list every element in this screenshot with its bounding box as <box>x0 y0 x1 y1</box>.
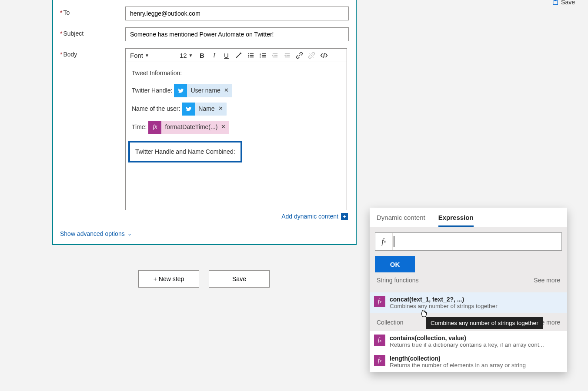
link-button[interactable] <box>295 50 304 60</box>
svg-rect-19 <box>287 55 290 56</box>
svg-rect-16 <box>274 55 278 56</box>
svg-rect-8 <box>250 56 254 57</box>
expression-tabs: Dynamic content Expression <box>370 208 567 227</box>
svg-rect-4 <box>250 53 254 54</box>
bullet-list-button[interactable] <box>246 50 256 60</box>
bold-button[interactable]: B <box>197 50 207 60</box>
rte-content[interactable]: Tweet Information: Twitter Handle: User … <box>126 62 347 210</box>
see-more-link[interactable]: See more <box>534 277 560 284</box>
expression-panel: Dynamic content Expression fx OK String … <box>370 208 567 372</box>
label-subject: Subject <box>60 27 125 37</box>
subject-input[interactable] <box>125 27 349 41</box>
indent-decrease-button[interactable] <box>271 50 280 60</box>
font-dropdown[interactable]: Font ▼ <box>128 51 151 60</box>
row-to: To <box>60 7 349 20</box>
bottom-buttons: + New step Save <box>138 270 270 288</box>
svg-point-7 <box>248 56 249 57</box>
svg-line-22 <box>324 53 324 58</box>
svg-point-3 <box>248 53 249 54</box>
svg-rect-17 <box>273 56 277 57</box>
chevron-down-icon: ⌄ <box>127 231 132 237</box>
tab-expression[interactable]: Expression <box>438 210 474 227</box>
to-input[interactable] <box>125 7 349 20</box>
fx-description: Combines any number of strings together <box>390 303 563 309</box>
fx-icon: fx <box>374 355 385 366</box>
fx-description: Returns true if a dictionary contains a … <box>390 341 563 348</box>
category-label: String functions <box>377 277 419 284</box>
svg-rect-20 <box>285 56 290 57</box>
number-list-button[interactable]: 123 <box>258 50 268 60</box>
fx-list-string: fx concat(text_1, text_2?, ...) Combines… <box>370 292 567 313</box>
row-body: Body Font ▼ 12 ▼ B I U <box>60 48 349 220</box>
twitter-icon <box>182 103 195 116</box>
tooltip: Combines any number of strings together <box>426 317 543 329</box>
row-subject: Subject <box>60 27 349 41</box>
tab-dynamic-content[interactable]: Dynamic content <box>377 210 425 227</box>
svg-rect-12 <box>262 55 266 56</box>
font-color-button[interactable] <box>234 50 244 60</box>
font-size-dropdown[interactable]: 12 ▼ <box>178 51 195 60</box>
svg-point-5 <box>248 55 249 56</box>
topbar-save[interactable]: Save <box>552 0 575 6</box>
category-label: Collection <box>377 319 403 326</box>
body-text: Name of the user: <box>132 103 180 115</box>
rte-toolbar: Font ▼ 12 ▼ B I U <box>126 49 347 62</box>
svg-point-2 <box>240 52 241 54</box>
ok-button[interactable]: OK <box>375 256 415 272</box>
svg-rect-14 <box>262 56 266 57</box>
fx-icon: fx <box>374 296 385 307</box>
token-formatdatetime[interactable]: fx formatDateTime(...) ✕ <box>148 121 229 134</box>
svg-rect-15 <box>273 53 277 54</box>
category-string: String functions See more <box>375 272 562 287</box>
svg-rect-6 <box>250 55 254 56</box>
svg-rect-1 <box>554 0 556 1</box>
italic-button[interactable]: I <box>210 50 219 60</box>
chevron-down-icon: ▼ <box>189 53 193 58</box>
fx-signature: concat(text_1, text_2?, ...) <box>390 296 563 303</box>
token-name[interactable]: Name ✕ <box>182 103 226 116</box>
remove-token-icon[interactable]: ✕ <box>223 85 232 96</box>
token-username[interactable]: User name ✕ <box>174 84 232 97</box>
save-icon <box>552 0 559 6</box>
save-button[interactable]: Save <box>209 270 270 288</box>
label-to: To <box>60 7 125 16</box>
body-editor[interactable]: Font ▼ 12 ▼ B I U <box>125 48 347 210</box>
unlink-button[interactable] <box>307 50 317 60</box>
fx-signature: contains(collection, value) <box>390 335 563 341</box>
body-text: Twitter Handle: <box>132 85 172 96</box>
fx-item-concat[interactable]: fx concat(text_1, text_2?, ...) Combines… <box>370 292 567 313</box>
body-text: Time: <box>132 121 147 133</box>
email-action-card: To Subject Body Font ▼ 12 <box>52 0 357 245</box>
twitter-icon <box>174 84 187 97</box>
fx-icon: fx <box>148 121 161 134</box>
topbar-save-label: Save <box>561 0 575 6</box>
chevron-down-icon: ▼ <box>145 53 149 58</box>
fx-list-collection: fx contains(collection, value) Returns t… <box>370 331 567 372</box>
fx-icon: fx <box>375 233 393 250</box>
remove-token-icon[interactable]: ✕ <box>220 122 229 133</box>
highlighted-line: Twitter Handle and Name Combined: <box>128 141 242 163</box>
expression-input-wrap[interactable]: fx <box>375 232 562 251</box>
fx-description: Returns the number of elements in an arr… <box>390 362 563 368</box>
body-intro-text: Tweet Information: <box>132 67 182 79</box>
svg-rect-10 <box>262 53 266 54</box>
underline-button[interactable]: U <box>222 50 231 60</box>
indent-increase-button[interactable] <box>283 50 292 60</box>
fx-signature: length(collection) <box>390 355 563 362</box>
body-text: Twitter Handle and Name Combined: <box>135 148 235 155</box>
svg-rect-18 <box>285 53 290 54</box>
expression-input[interactable] <box>394 233 562 250</box>
new-step-button[interactable]: + New step <box>138 270 199 288</box>
fx-icon: fx <box>374 335 385 346</box>
svg-text:3: 3 <box>260 56 261 58</box>
label-body: Body <box>60 48 125 58</box>
fx-item-length[interactable]: fx length(collection) Returns the number… <box>370 351 567 372</box>
code-view-button[interactable] <box>319 50 329 60</box>
add-dynamic-content-link[interactable]: Add dynamic content + <box>125 213 349 220</box>
show-advanced-options-link[interactable]: Show advanced options ⌄ <box>60 230 349 237</box>
remove-token-icon[interactable]: ✕ <box>217 103 227 114</box>
fx-item-contains[interactable]: fx contains(collection, value) Returns t… <box>370 331 567 351</box>
plus-icon: + <box>341 213 348 220</box>
